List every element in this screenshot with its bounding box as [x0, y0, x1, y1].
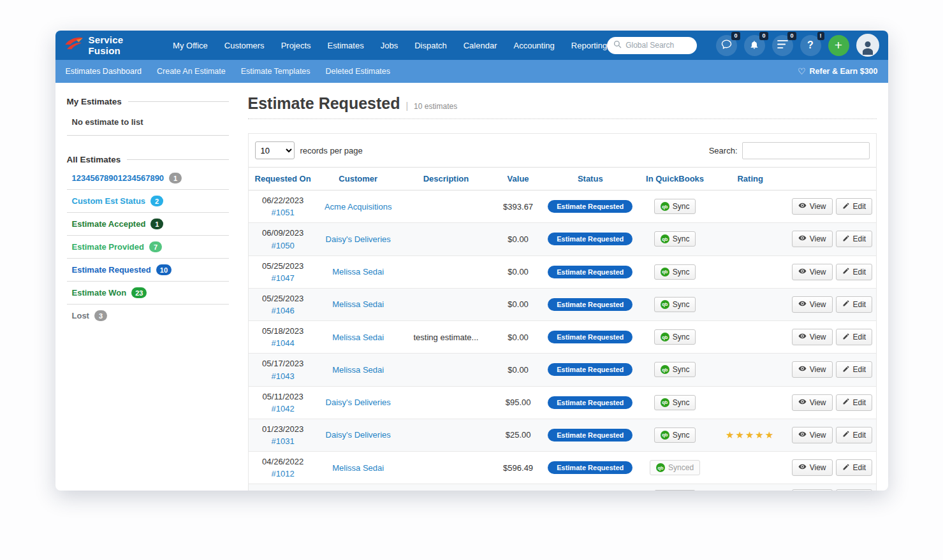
user-avatar[interactable] [856, 34, 879, 57]
customer-link[interactable]: Melissa Sedai [332, 299, 384, 309]
edit-button[interactable]: Edit [836, 231, 873, 247]
estimate-status-link[interactable]: Lost [72, 311, 89, 320]
view-button[interactable]: View [792, 361, 833, 378]
estimate-status-item[interactable]: 12345678901234567890 1 [67, 167, 229, 190]
estimate-status-item[interactable]: Lost 3 [67, 305, 229, 327]
estimate-status-link[interactable]: Estimate Accepted [72, 219, 146, 229]
customer-link[interactable]: Daisy's Deliveries [326, 430, 391, 440]
quickbooks-sync-button[interactable]: qbSync [654, 362, 696, 377]
customer-link[interactable]: Melissa Sedai [332, 333, 384, 342]
view-button[interactable]: View [792, 264, 833, 280]
customer-link[interactable]: Melissa Sedai [332, 267, 384, 276]
nav-item[interactable]: Projects [281, 41, 311, 50]
estimate-number-link[interactable]: #1044 [272, 338, 295, 348]
view-button[interactable]: View [792, 394, 833, 411]
chat-button[interactable]: 0 [716, 35, 737, 56]
notifications-button[interactable]: 0 [744, 35, 765, 56]
customer-link[interactable]: Acme Acquisitions [325, 202, 392, 212]
customer-link[interactable]: Daisy's Deliveries [326, 398, 391, 407]
quickbooks-sync-button[interactable]: qbSync [654, 329, 696, 345]
customer-link[interactable]: Daisy's Deliveries [326, 234, 391, 244]
column-header[interactable]: Description [399, 168, 493, 190]
column-header[interactable]: Value [493, 168, 543, 190]
topbar-icons: 0 0 0 ? ! + [716, 34, 879, 57]
nav-item[interactable]: Customers [224, 41, 265, 50]
customer-link[interactable]: Melissa Sedai [332, 365, 384, 375]
requested-on-date: 05/25/2023 [252, 294, 314, 304]
edit-button[interactable]: Edit [836, 394, 873, 411]
nav-item[interactable]: Calendar [464, 41, 497, 50]
brand[interactable]: Service Fusion [64, 34, 147, 56]
edit-button[interactable]: Edit [836, 459, 873, 476]
edit-button[interactable]: Edit [836, 296, 873, 313]
estimate-status-link[interactable]: Estimate Won [72, 288, 127, 298]
quickbooks-sync-button[interactable]: qbSynced [650, 460, 700, 475]
column-header[interactable]: Status [543, 168, 638, 190]
estimate-number-link[interactable]: #1042 [272, 404, 295, 413]
quickbooks-sync-button[interactable]: qbSync [654, 395, 696, 410]
estimate-number-link[interactable]: #1047 [272, 273, 295, 283]
estimate-status-item[interactable]: Estimate Provided 7 [67, 236, 229, 259]
edit-button[interactable]: Edit [836, 329, 873, 345]
quickbooks-sync-button[interactable]: qbSync [654, 297, 696, 312]
nav-item[interactable]: My Office [173, 41, 208, 50]
edit-button[interactable]: Edit [836, 361, 873, 378]
edit-button[interactable]: Edit [836, 198, 873, 215]
estimate-number-link[interactable]: #1043 [272, 371, 295, 381]
quickbooks-icon: qb [661, 234, 669, 243]
global-search-input[interactable] [625, 41, 690, 50]
nav-item[interactable]: Reporting [571, 41, 607, 50]
quick-add-button[interactable]: + [828, 35, 849, 56]
subnav-item[interactable]: Estimates Dashboard [66, 67, 142, 76]
star-rating[interactable]: ★★★★★ [726, 429, 775, 440]
estimate-number-link[interactable]: #1012 [272, 469, 295, 478]
nav-item[interactable]: Estimates [328, 41, 364, 50]
estimate-status-link[interactable]: 12345678901234567890 [72, 173, 164, 183]
column-header[interactable]: In QuickBooks [638, 168, 713, 190]
subnav-item[interactable]: Create An Estimate [157, 67, 226, 76]
estimate-number-link[interactable]: #1050 [272, 241, 295, 250]
subnav-item[interactable]: Deleted Estimates [326, 67, 390, 76]
estimate-status-item[interactable]: Estimate Won 23 [67, 282, 229, 305]
view-button[interactable]: View [792, 427, 833, 443]
estimate-number-link[interactable]: #1046 [272, 306, 295, 315]
view-button[interactable]: View [792, 296, 833, 313]
quickbooks-sync-button[interactable]: qbSync [654, 199, 696, 214]
nav-item[interactable]: Jobs [381, 41, 398, 50]
edit-button[interactable]: Edit [836, 264, 873, 280]
quickbooks-sync-button[interactable]: qbSync [654, 231, 696, 247]
view-button[interactable]: View [792, 329, 833, 345]
estimate-value: $393.67 [503, 202, 533, 212]
estimate-number-link[interactable]: #1051 [272, 208, 295, 217]
help-button[interactable]: ? ! [800, 35, 821, 56]
quickbooks-sync-button[interactable]: qbSync [654, 427, 696, 443]
column-header[interactable] [788, 168, 876, 190]
activity-feed-button[interactable]: 0 [772, 35, 793, 56]
global-search[interactable] [607, 37, 696, 54]
estimate-status-link[interactable]: Custom Est Status [72, 196, 146, 206]
view-button[interactable]: View [792, 459, 833, 476]
column-header[interactable]: Customer [318, 168, 399, 190]
refer-earn-link[interactable]: ♡ Refer & Earn $300 [798, 66, 878, 76]
quickbooks-sync-button[interactable]: qbSync [654, 490, 696, 491]
view-button[interactable]: View [792, 198, 833, 215]
edit-button[interactable]: Edit [836, 489, 873, 491]
column-header[interactable]: Requested On [249, 168, 318, 190]
estimate-status-item[interactable]: Estimate Accepted 1 [67, 213, 229, 236]
estimate-status-item[interactable]: Custom Est Status 2 [67, 190, 229, 213]
estimate-status-item[interactable]: Estimate Requested 10 [67, 259, 229, 282]
column-header[interactable]: Rating [713, 168, 788, 190]
nav-item[interactable]: Dispatch [414, 41, 447, 50]
estimate-status-link[interactable]: Estimate Requested [72, 265, 151, 275]
view-button[interactable]: View [792, 231, 833, 247]
estimate-number-link[interactable]: #1031 [272, 436, 295, 446]
edit-button[interactable]: Edit [836, 427, 873, 443]
customer-link[interactable]: Melissa Sedai [332, 463, 384, 473]
nav-item[interactable]: Accounting [513, 41, 554, 50]
estimate-status-link[interactable]: Estimate Provided [72, 242, 144, 252]
subnav-item[interactable]: Estimate Templates [241, 67, 311, 76]
view-button[interactable]: View [792, 489, 833, 491]
quickbooks-sync-button[interactable]: qbSync [654, 264, 696, 280]
page-size-select[interactable]: 10 [255, 141, 295, 159]
table-search-input[interactable] [742, 142, 870, 159]
